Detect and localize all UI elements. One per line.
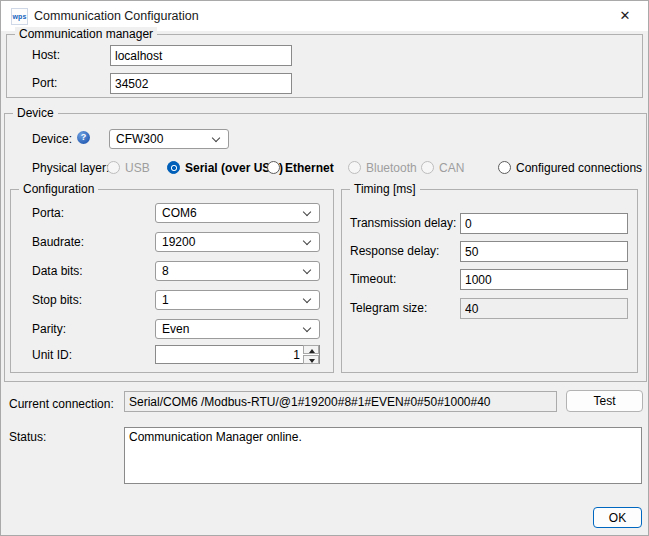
radio-configured-connections-icon bbox=[498, 161, 511, 174]
device-select[interactable]: CFW300 bbox=[109, 129, 229, 149]
radio-serial-icon bbox=[167, 161, 180, 174]
data-bits-select[interactable]: 8 bbox=[155, 261, 320, 281]
response-delay-input[interactable] bbox=[460, 241, 628, 262]
current-connection-label: Current connection: bbox=[9, 397, 114, 411]
arrow-down-icon bbox=[309, 359, 315, 363]
radio-can-icon bbox=[421, 161, 434, 174]
response-delay-label: Response delay: bbox=[350, 244, 439, 258]
baudrate-select-value: 19200 bbox=[162, 233, 195, 251]
radio-ethernet-icon bbox=[267, 161, 280, 174]
communication-manager-group: Communication manager Host: Port: bbox=[6, 34, 643, 98]
transmission-delay-input[interactable] bbox=[460, 213, 628, 234]
port-input[interactable] bbox=[110, 73, 292, 94]
stop-bits-select[interactable]: 1 bbox=[155, 290, 320, 310]
chevron-down-icon bbox=[303, 295, 311, 303]
radio-usb-icon bbox=[107, 161, 120, 174]
stop-bits-select-value: 1 bbox=[162, 291, 169, 309]
status-textarea: Communication Manager online. bbox=[124, 427, 642, 484]
timeout-label: Timeout: bbox=[350, 272, 396, 286]
unit-id-spinner bbox=[155, 345, 320, 364]
wps-app-icon: wps bbox=[11, 8, 28, 25]
radio-usb-label: USB bbox=[125, 161, 150, 175]
ok-button[interactable]: OK bbox=[593, 507, 642, 528]
configuration-group: Configuration Porta: COM6 Baudrate: 1920… bbox=[10, 189, 334, 373]
parity-label: Parity: bbox=[32, 322, 66, 336]
radio-bluetooth-label: Bluetooth bbox=[366, 161, 417, 175]
close-icon[interactable]: ✕ bbox=[608, 1, 642, 31]
radio-can-label: CAN bbox=[439, 161, 464, 175]
chevron-down-icon bbox=[303, 237, 311, 245]
data-bits-select-value: 8 bbox=[162, 262, 169, 280]
parity-select[interactable]: Even bbox=[155, 319, 320, 339]
unit-id-input[interactable] bbox=[156, 346, 302, 363]
unit-id-label: Unit ID: bbox=[32, 348, 72, 362]
baudrate-label: Baudrate: bbox=[32, 235, 84, 249]
parity-select-value: Even bbox=[162, 320, 189, 338]
chevron-down-icon bbox=[303, 208, 311, 216]
timing-group-title: Timing [ms] bbox=[350, 182, 420, 196]
configuration-group-title: Configuration bbox=[19, 182, 98, 196]
device-select-value: CFW300 bbox=[116, 130, 163, 148]
radio-serial-over-usb[interactable]: Serial (over USB) bbox=[167, 160, 283, 175]
physical-layer-label: Physical layer: bbox=[32, 161, 109, 175]
chevron-down-icon bbox=[303, 324, 311, 332]
spin-down-button[interactable] bbox=[303, 355, 319, 364]
spin-up-button[interactable] bbox=[303, 345, 319, 354]
data-bits-label: Data bits: bbox=[32, 264, 83, 278]
baudrate-select[interactable]: 19200 bbox=[155, 232, 320, 252]
radio-ethernet[interactable]: Ethernet bbox=[267, 160, 334, 175]
radio-configured-connections[interactable]: Configured connections bbox=[498, 160, 642, 175]
host-label: Host: bbox=[32, 48, 60, 62]
current-connection-field bbox=[124, 391, 557, 412]
arrow-up-icon bbox=[309, 349, 315, 353]
status-label: Status: bbox=[9, 430, 46, 444]
radio-can: CAN bbox=[421, 160, 464, 175]
radio-ethernet-label: Ethernet bbox=[285, 161, 334, 175]
telegram-size-label: Telegram size: bbox=[350, 301, 427, 315]
radio-configured-connections-label: Configured connections bbox=[516, 161, 642, 175]
port-label: Port: bbox=[32, 76, 57, 90]
radio-usb: USB bbox=[107, 160, 150, 175]
porta-select[interactable]: COM6 bbox=[155, 203, 320, 223]
host-input[interactable] bbox=[110, 45, 292, 66]
unit-id-spin-buttons bbox=[303, 346, 319, 363]
timing-group: Timing [ms] Transmission delay: Response… bbox=[341, 189, 638, 373]
transmission-delay-label: Transmission delay: bbox=[350, 216, 456, 230]
test-button[interactable]: Test bbox=[566, 390, 643, 412]
help-icon[interactable]: ? bbox=[77, 131, 90, 144]
chevron-down-icon bbox=[303, 266, 311, 274]
porta-label: Porta: bbox=[32, 206, 64, 220]
radio-bluetooth: Bluetooth bbox=[348, 160, 417, 175]
communication-manager-group-title: Communication manager bbox=[15, 27, 157, 41]
stop-bits-label: Stop bits: bbox=[32, 293, 82, 307]
chevron-down-icon bbox=[212, 134, 220, 142]
timeout-input[interactable] bbox=[460, 269, 628, 290]
radio-bluetooth-icon bbox=[348, 161, 361, 174]
telegram-size-input bbox=[460, 298, 628, 319]
communication-configuration-dialog: wps Communication Configuration ✕ Commun… bbox=[0, 0, 649, 536]
device-label: Device: bbox=[32, 132, 72, 146]
device-group-title: Device bbox=[13, 106, 58, 120]
porta-select-value: COM6 bbox=[162, 204, 197, 222]
